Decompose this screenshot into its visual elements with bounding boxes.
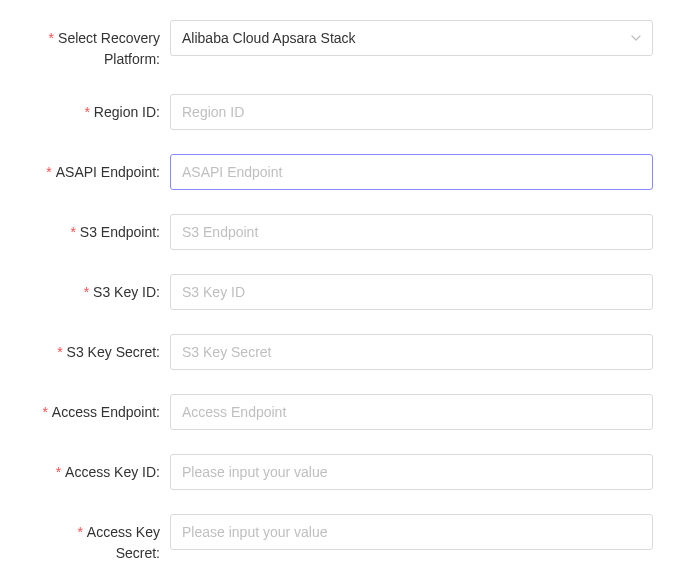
asapi-endpoint-input[interactable]: [170, 154, 653, 190]
region-id-input[interactable]: [170, 94, 653, 130]
label-text: Region ID:: [94, 104, 160, 120]
s3-key-secret-label: *S3 Key Secret:: [30, 334, 170, 363]
required-mark: *: [70, 224, 75, 240]
required-mark: *: [84, 104, 89, 120]
access-endpoint-input[interactable]: [170, 394, 653, 430]
label-text: ASAPI Endpoint:: [56, 164, 160, 180]
access-key-secret-input[interactable]: [170, 514, 653, 550]
chevron-down-icon: [631, 33, 641, 43]
label-text: Access Key Secret:: [87, 524, 160, 561]
access-key-secret-label: *Access Key Secret:: [30, 514, 170, 564]
recovery-platform-label: *Select Recovery Platform:: [30, 20, 170, 70]
required-mark: *: [84, 284, 89, 300]
required-mark: *: [77, 524, 82, 540]
required-mark: *: [56, 464, 61, 480]
asapi-endpoint-label: *ASAPI Endpoint:: [30, 154, 170, 183]
access-endpoint-label: *Access Endpoint:: [30, 394, 170, 423]
region-id-label: *Region ID:: [30, 94, 170, 123]
required-mark: *: [49, 30, 54, 46]
recovery-platform-select[interactable]: Alibaba Cloud Apsara Stack: [170, 20, 653, 56]
s3-key-id-label: *S3 Key ID:: [30, 274, 170, 303]
label-text: Select Recovery Platform:: [58, 30, 160, 67]
s3-endpoint-label: *S3 Endpoint:: [30, 214, 170, 243]
s3-key-id-input[interactable]: [170, 274, 653, 310]
required-mark: *: [57, 344, 62, 360]
label-text: S3 Endpoint:: [80, 224, 160, 240]
select-value: Alibaba Cloud Apsara Stack: [182, 28, 356, 49]
s3-key-secret-input[interactable]: [170, 334, 653, 370]
label-text: S3 Key ID:: [93, 284, 160, 300]
access-key-id-input[interactable]: [170, 454, 653, 490]
required-mark: *: [46, 164, 51, 180]
s3-endpoint-input[interactable]: [170, 214, 653, 250]
label-text: Access Endpoint:: [52, 404, 160, 420]
label-text: Access Key ID:: [65, 464, 160, 480]
required-mark: *: [42, 404, 47, 420]
label-text: S3 Key Secret:: [67, 344, 160, 360]
access-key-id-label: *Access Key ID:: [30, 454, 170, 483]
